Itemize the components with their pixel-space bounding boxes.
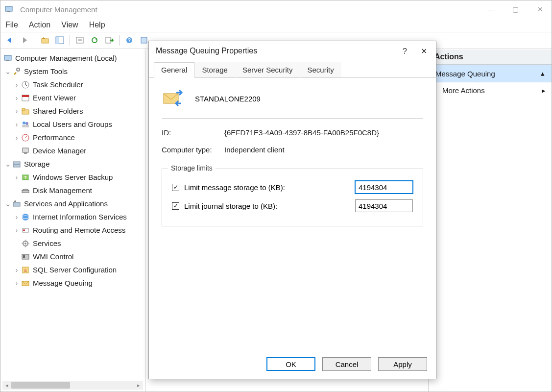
menu-action[interactable]: Action xyxy=(29,21,50,29)
tree-local-users[interactable]: Local Users and Groups xyxy=(33,120,112,128)
tab-server-security[interactable]: Server Security xyxy=(235,62,300,78)
limit-journal-checkbox[interactable]: ✓ xyxy=(172,202,179,210)
limit-journal-input[interactable] xyxy=(355,199,413,212)
event-viewer-icon xyxy=(21,94,30,102)
svg-rect-42 xyxy=(23,255,25,258)
svg-point-40 xyxy=(24,243,26,245)
chevron-right-icon[interactable]: › xyxy=(13,174,20,181)
chevron-right-icon[interactable]: › xyxy=(13,134,20,141)
svg-rect-2 xyxy=(42,39,48,43)
chevron-right-icon[interactable]: › xyxy=(13,280,20,287)
horizontal-scrollbar[interactable]: ◂▸ xyxy=(2,381,143,390)
actions-pane: Actions Message Queuing ▴ More Actions ▸ xyxy=(428,49,552,392)
console-tree[interactable]: Computer Management (Local) ⌄ System Too… xyxy=(0,49,145,378)
app-icon xyxy=(4,5,13,14)
ok-button[interactable]: OK xyxy=(266,357,315,371)
tree-event-viewer[interactable]: Event Viewer xyxy=(33,94,76,102)
storage-icon xyxy=(12,160,21,169)
tree-wmi[interactable]: WMI Control xyxy=(33,252,73,261)
tree-iis[interactable]: Internet Information Services xyxy=(33,213,127,221)
nav-back-button[interactable] xyxy=(3,33,17,47)
computer-type-value: Independent client xyxy=(224,146,285,154)
chevron-down-icon[interactable]: ⌄ xyxy=(4,161,11,168)
menu-help[interactable]: Help xyxy=(89,21,105,29)
tree-root[interactable]: Computer Management (Local) xyxy=(15,54,117,62)
svg-rect-23 xyxy=(22,125,29,127)
menu-file[interactable]: File xyxy=(5,21,18,29)
limit-message-checkbox[interactable]: ✓ xyxy=(172,184,179,191)
tab-storage[interactable]: Storage xyxy=(194,62,235,78)
device-manager-icon xyxy=(21,147,30,155)
more-actions-item[interactable]: More Actions ▸ xyxy=(429,82,552,98)
actions-heading[interactable]: Message Queuing ▴ xyxy=(429,65,552,82)
tree-msmq[interactable]: Message Queuing xyxy=(33,279,93,287)
svg-rect-5 xyxy=(76,37,83,43)
close-icon[interactable]: ✕ xyxy=(415,47,432,56)
tree-rras[interactable]: Routing and Remote Access xyxy=(33,226,125,234)
tree-system-tools[interactable]: System Tools xyxy=(24,67,68,75)
tree-disk-mgmt[interactable]: Disk Management xyxy=(33,186,92,195)
refresh-button[interactable] xyxy=(88,33,101,47)
up-button[interactable] xyxy=(38,33,52,47)
chevron-right-icon[interactable]: › xyxy=(13,267,20,273)
storage-limits-group: Storage limits ✓ Limit message storage t… xyxy=(162,169,423,226)
main-window: Computer Management — ▢ ✕ File Action Vi… xyxy=(0,0,552,392)
svg-point-38 xyxy=(23,229,25,231)
tab-security[interactable]: Security xyxy=(300,62,341,78)
svg-point-34 xyxy=(14,200,16,202)
actions-heading-label: Message Queuing xyxy=(435,70,495,78)
wmi-icon xyxy=(21,252,30,261)
chevron-right-icon[interactable]: › xyxy=(13,108,20,115)
apply-button[interactable]: Apply xyxy=(378,357,427,371)
limit-message-input[interactable] xyxy=(355,181,413,194)
help-icon[interactable]: ? xyxy=(397,47,413,56)
id-label: ID: xyxy=(162,128,224,137)
svg-rect-13 xyxy=(4,55,11,60)
properties-button[interactable] xyxy=(73,33,87,47)
actions-title: Actions xyxy=(429,49,552,65)
svg-rect-27 xyxy=(24,152,27,154)
svg-rect-33 xyxy=(13,202,20,206)
svg-rect-26 xyxy=(23,148,28,152)
dialog-titlebar: Message Queuing Properties ? ✕ xyxy=(149,41,436,61)
svg-rect-28 xyxy=(13,162,20,164)
chevron-right-icon[interactable]: › xyxy=(13,121,20,128)
tab-general[interactable]: General xyxy=(154,62,194,78)
services-icon xyxy=(21,239,30,248)
tree-ws-backup[interactable]: Windows Server Backup xyxy=(33,173,113,181)
chevron-right-icon[interactable]: › xyxy=(13,214,20,220)
tree-services-apps[interactable]: Services and Applications xyxy=(24,199,108,208)
chevron-right-icon[interactable]: › xyxy=(13,95,20,101)
tree-sql[interactable]: SQL Server Configuration xyxy=(33,266,117,274)
msmq-icon xyxy=(21,279,30,288)
titlebar: Computer Management — ▢ ✕ xyxy=(0,0,552,18)
tree-storage[interactable]: Storage xyxy=(24,160,50,168)
minimize-button[interactable]: — xyxy=(480,0,503,18)
limit-message-label: Limit message storage to (KB): xyxy=(184,183,285,192)
cancel-button[interactable]: Cancel xyxy=(322,357,371,371)
tree-performance[interactable]: Performance xyxy=(33,133,75,142)
submenu-arrow-icon: ▸ xyxy=(542,86,546,95)
tree-shared-folders[interactable]: Shared Folders xyxy=(33,107,83,115)
shared-folders-icon xyxy=(21,107,30,116)
window-title: Computer Management xyxy=(20,5,97,14)
tree-task-scheduler[interactable]: Task Scheduler xyxy=(33,80,83,89)
chevron-down-icon[interactable]: ⌄ xyxy=(4,200,11,207)
maximize-button[interactable]: ▢ xyxy=(504,0,527,18)
menu-view[interactable]: View xyxy=(61,21,78,29)
chevron-down-icon[interactable]: ⌄ xyxy=(4,68,11,75)
chevron-right-icon[interactable]: › xyxy=(13,81,20,88)
show-hide-tree-button[interactable] xyxy=(53,33,67,47)
window-controls: — ▢ ✕ xyxy=(480,0,552,18)
nav-forward-button[interactable] xyxy=(18,33,32,47)
tools-icon xyxy=(12,67,21,76)
help-button[interactable]: ? xyxy=(122,33,136,47)
tree-device-manager[interactable]: Device Manager xyxy=(33,147,86,155)
chevron-right-icon[interactable]: › xyxy=(13,227,20,234)
performance-icon xyxy=(21,133,30,142)
export-button[interactable] xyxy=(102,33,116,47)
tree-services[interactable]: Services xyxy=(33,239,61,247)
close-button[interactable]: ✕ xyxy=(529,0,552,18)
dialog-title: Message Queuing Properties xyxy=(156,47,257,55)
properties-dialog: Message Queuing Properties ? ✕ General S… xyxy=(148,41,436,379)
